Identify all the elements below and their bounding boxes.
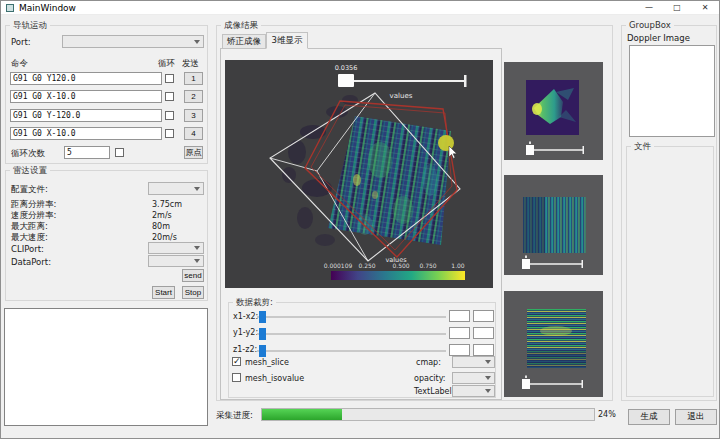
origin-button[interactable]: 原点 — [184, 146, 203, 159]
colorbar-tick-2: 0.500 — [392, 262, 409, 269]
command-input-2[interactable] — [10, 90, 162, 103]
command-input-1[interactable] — [10, 72, 162, 85]
crop-z-min-input[interactable] — [449, 344, 470, 356]
radar-settings-group: 雷达设置 配置文件: 距离分辨率: 3.75cm 速度分辨率: 2m/s 最大距… — [5, 170, 208, 301]
cmap-select[interactable] — [452, 356, 495, 368]
data-crop-group: 数据裁剪: x1-x2: y1-y2: z1-z2: mesh_slice c — [228, 302, 496, 398]
crop-x-slider[interactable] — [257, 316, 446, 318]
crop-z-slider[interactable] — [257, 350, 446, 352]
rail-motion-group-title: 导轨运动 — [10, 20, 50, 32]
3d-scene: 0.0356 values values 0.000109 0.250 0.50… — [225, 60, 493, 288]
command-label: 命令 — [11, 58, 28, 70]
velocity-resolution-value: 2m/s — [152, 211, 172, 220]
chevron-down-icon — [194, 246, 200, 250]
send-command-button-3[interactable]: 3 — [184, 109, 203, 122]
preview-vertical-stripes-view[interactable] — [504, 175, 603, 275]
colorbar-tick-0: 0.000109 — [324, 262, 353, 269]
doppler-groupbox-title: GroupBox — [626, 20, 674, 30]
crop-y-slider[interactable] — [257, 333, 446, 335]
preview-range-image — [504, 62, 603, 160]
command-input-4[interactable] — [10, 127, 162, 140]
minimize-icon[interactable]: — — [635, 1, 663, 15]
rail-motion-group: 导轨运动 Port: 命令 循环 发送 1 2 3 4 循环次数 原点 — [5, 25, 208, 164]
crop-z-max-input[interactable] — [473, 344, 494, 356]
scalar-bar-top-label: values — [390, 92, 413, 100]
preview-vertical-stripes-image — [504, 175, 603, 275]
command-loop-checkbox-4[interactable] — [165, 129, 174, 138]
cmap-label: cmap: — [416, 358, 441, 367]
crop-y-max-input[interactable] — [473, 327, 494, 339]
crop-y-slider-handle[interactable] — [259, 328, 266, 340]
3d-viewer[interactable]: 0.0356 values values 0.000109 0.250 0.50… — [225, 60, 493, 288]
opacity-select[interactable] — [452, 372, 495, 384]
tab-corrected-imaging[interactable]: 矫正成像 — [222, 34, 266, 49]
mesh-isovalue-label: mesh_isovalue — [245, 374, 304, 383]
chevron-down-icon — [194, 259, 200, 263]
crop-z-label: z1-z2: — [233, 345, 257, 354]
file-group: 文件 — [626, 146, 714, 397]
textlabel-select[interactable] — [452, 385, 495, 397]
loop-count-input[interactable] — [64, 146, 110, 159]
chevron-down-icon — [485, 389, 491, 393]
chevron-down-icon — [194, 40, 200, 44]
cli-port-select[interactable] — [148, 242, 204, 254]
preview-slider[interactable] — [522, 256, 583, 270]
data-crop-group-title: 数据裁剪: — [233, 297, 276, 309]
crop-z-slider-handle[interactable] — [259, 345, 266, 357]
crop-x-slider-handle[interactable] — [259, 311, 266, 323]
send-command-button-4[interactable]: 4 — [184, 127, 203, 140]
generate-button[interactable]: 生成 — [628, 409, 670, 425]
port-select[interactable] — [62, 35, 204, 48]
command-loop-checkbox-1[interactable] — [165, 74, 174, 83]
close-icon[interactable]: ✕ — [691, 1, 719, 15]
preview-slider-handle[interactable] — [522, 379, 530, 389]
tab-3d-display[interactable]: 3维显示 — [266, 32, 308, 49]
preview-slider-handle[interactable] — [526, 145, 534, 155]
text-label: TextLabel — [414, 387, 452, 396]
crop-y-label: y1-y2: — [233, 328, 258, 337]
radar-settings-group-title: 雷达设置 — [10, 165, 50, 177]
progress-label: 采集进度: — [216, 410, 253, 422]
progress-percent: 24% — [598, 410, 616, 419]
config-file-select[interactable] — [148, 182, 204, 195]
crop-x-label: x1-x2: — [233, 312, 258, 321]
preview-slider[interactable] — [526, 142, 584, 156]
max-velocity-label: 最大速度: — [11, 232, 48, 244]
threshold-slider-handle[interactable] — [338, 74, 354, 87]
command-input-3[interactable] — [10, 109, 162, 122]
tab-page-3d: 0.0356 values values 0.000109 0.250 0.50… — [220, 48, 502, 400]
doppler-image-label: Doppler Image — [627, 33, 690, 43]
maximize-icon[interactable]: □ — [663, 1, 691, 15]
data-port-select[interactable] — [148, 255, 204, 267]
send-command-button-2[interactable]: 2 — [184, 90, 203, 103]
mesh-slice-checkbox[interactable] — [232, 357, 241, 366]
log-textarea[interactable] — [4, 308, 208, 426]
send-button[interactable]: send — [182, 269, 204, 282]
app-icon — [6, 4, 14, 12]
command-loop-checkbox-3[interactable] — [165, 111, 174, 120]
mesh-isovalue-checkbox[interactable] — [232, 373, 241, 382]
title-bar: MainWindow — □ ✕ — [1, 1, 719, 15]
config-file-label: 配置文件: — [11, 184, 48, 196]
stop-button[interactable]: Stop — [182, 286, 204, 299]
preview-range-view[interactable] — [504, 62, 603, 160]
exit-button[interactable]: 退出 — [675, 409, 717, 425]
data-port-label: DataPort: — [11, 257, 51, 267]
send-command-button-1[interactable]: 1 — [184, 72, 203, 85]
command-loop-checkbox-2[interactable] — [165, 92, 174, 101]
start-button[interactable]: Start — [152, 286, 175, 299]
preview-horizontal-stripes-view[interactable] — [504, 291, 603, 397]
mesh-slice-label: mesh_slice — [245, 358, 289, 367]
chevron-down-icon — [485, 360, 491, 364]
imaging-results-group-title: 成像结果 — [221, 20, 261, 32]
window-controls: — □ ✕ — [635, 1, 719, 15]
crop-x-min-input[interactable] — [449, 310, 470, 322]
colorbar-tick-4: 1.00 — [451, 262, 465, 269]
send-header: 发送 — [182, 58, 199, 70]
loop-all-checkbox[interactable] — [115, 148, 124, 157]
preview-slider[interactable] — [522, 376, 583, 390]
crop-x-max-input[interactable] — [473, 310, 494, 322]
chevron-down-icon — [485, 376, 491, 380]
crop-y-min-input[interactable] — [449, 327, 470, 339]
preview-slider-handle[interactable] — [522, 259, 530, 269]
